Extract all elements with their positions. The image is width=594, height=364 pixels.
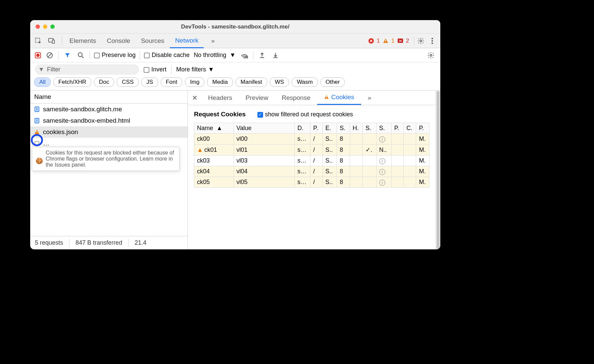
more-detail-tabs[interactable]: »: [361, 90, 378, 105]
kebab-menu-icon[interactable]: [428, 36, 437, 46]
file-icon: [34, 140, 40, 147]
search-icon[interactable]: [76, 51, 86, 60]
request-name: samesite-sandbox.glitch.me: [43, 106, 122, 113]
cookie-col-header[interactable]: S.: [376, 123, 391, 134]
scrollbar[interactable]: [436, 90, 440, 249]
inspect-element-icon[interactable]: [34, 36, 43, 46]
network-conditions-icon[interactable]: [240, 51, 249, 60]
type-chip-media[interactable]: Media: [207, 77, 233, 87]
cookie-col-header[interactable]: D.: [295, 123, 310, 134]
request-row[interactable]: cookies.json: [30, 126, 188, 138]
request-type-filter: AllFetch/XHRDocCSSJSFontImgMediaManifest…: [30, 76, 440, 90]
name-column-header[interactable]: Name: [30, 90, 188, 104]
divider: [414, 37, 414, 45]
throttling-value: No throttling: [194, 52, 226, 59]
titlebar: DevTools - samesite-sandbox.glitch.me/: [30, 20, 440, 34]
cookie-col-header[interactable]: Value: [234, 123, 295, 134]
cookie-col-header[interactable]: P.: [310, 123, 323, 134]
filter-toggle-icon[interactable]: [63, 51, 72, 60]
cookie-row[interactable]: ck03vl03s…/S..8iM.: [194, 156, 430, 166]
disable-cache-checkbox[interactable]: Disable cache: [144, 52, 190, 59]
type-chip-img[interactable]: Img: [185, 77, 204, 87]
svg-line-12: [48, 53, 52, 57]
request-row[interactable]: samesite-sandbox-embed.html: [30, 115, 188, 126]
tab-elements[interactable]: Elements: [64, 34, 101, 48]
divider: [140, 51, 140, 60]
device-toggle-icon[interactable]: [47, 36, 56, 46]
type-chip-all[interactable]: All: [34, 77, 51, 87]
svg-rect-26: [37, 131, 37, 132]
cookie-col-header[interactable]: H.: [350, 123, 362, 134]
invert-checkbox[interactable]: Invert: [144, 66, 166, 73]
upload-har-icon[interactable]: [257, 51, 267, 60]
cookie-col-header[interactable]: P.: [391, 123, 403, 134]
window-title: DevTools - samesite-sandbox.glitch.me/: [30, 23, 440, 30]
svg-point-17: [430, 54, 432, 56]
divider: [253, 51, 253, 60]
type-chip-manifest[interactable]: Manifest: [236, 77, 267, 87]
tab-sources[interactable]: Sources: [136, 34, 170, 48]
cookie-col-header[interactable]: Name ▲: [194, 123, 234, 134]
clear-button[interactable]: [45, 51, 54, 60]
divider: [62, 37, 62, 45]
warning-icon: [34, 129, 40, 135]
cookie-row[interactable]: ck00vl00s…/S..8iM.: [194, 134, 430, 144]
preserve-log-checkbox[interactable]: Preserve log: [94, 52, 136, 59]
warning-icon: [383, 38, 389, 44]
type-chip-wasm[interactable]: Wasm: [292, 77, 318, 87]
detail-tab-response[interactable]: Response: [275, 90, 317, 105]
disable-cache-label: Disable cache: [152, 52, 190, 58]
cookie-row[interactable]: ▲ck01vl01s…/S..8✓.N..M.: [194, 144, 430, 156]
download-har-icon[interactable]: [271, 51, 280, 60]
more-filters-button[interactable]: More filters ▼: [176, 66, 214, 73]
cookie-row[interactable]: ck05vl05s…/S..8iM.: [194, 177, 430, 188]
zoom-window-button[interactable]: [50, 24, 55, 29]
tab-console[interactable]: Console: [101, 34, 136, 48]
type-chip-js[interactable]: JS: [141, 77, 158, 87]
cookie-col-header[interactable]: E.: [323, 123, 337, 134]
blocked-cookies-tooltip: 🍪 Cookies for this request are blocked e…: [32, 147, 180, 171]
type-chip-doc[interactable]: Doc: [94, 77, 114, 87]
tab-network[interactable]: Network: [170, 34, 204, 48]
window-controls: [30, 24, 55, 29]
svg-rect-5: [385, 42, 386, 42]
cookie-col-header[interactable]: S.: [363, 123, 377, 134]
more-tabs-button[interactable]: »: [206, 34, 220, 48]
cookies-pane: Request Cookies show filtered out reques…: [188, 105, 436, 193]
show-filtered-checkbox[interactable]: show filtered out request cookies: [257, 111, 353, 118]
issue-counters[interactable]: 1 1 2: [368, 38, 409, 44]
document-icon: [34, 117, 40, 124]
close-detail-button[interactable]: ✕: [188, 94, 201, 102]
chevron-down-icon: ▼: [230, 52, 236, 59]
type-chip-ws[interactable]: WS: [270, 77, 289, 87]
detail-tab-headers[interactable]: Headers: [201, 90, 239, 105]
minimize-window-button[interactable]: [43, 24, 47, 29]
detail-tab-cookies[interactable]: Cookies: [317, 90, 361, 105]
request-list-panel: Name samesite-sandbox.glitch.mesamesite-…: [30, 90, 188, 249]
svg-rect-2: [52, 40, 54, 43]
filter-input[interactable]: Filter: [35, 64, 139, 75]
cookie-row[interactable]: ck04vl04s…/S..8iM.: [194, 166, 430, 177]
request-name: cookies.json: [43, 128, 78, 136]
error-icon: [368, 38, 374, 44]
svg-point-15: [244, 57, 245, 58]
svg-point-7: [420, 40, 422, 42]
close-window-button[interactable]: [36, 24, 40, 29]
panel-settings-icon[interactable]: [426, 51, 436, 60]
type-chip-other[interactable]: Other: [320, 77, 345, 87]
settings-icon[interactable]: [416, 36, 426, 46]
throttling-select[interactable]: No throttling ▼: [194, 52, 236, 59]
svg-line-14: [82, 56, 84, 58]
record-button[interactable]: [35, 52, 41, 58]
cookie-col-header[interactable]: S.: [337, 123, 350, 134]
cookie-col-header[interactable]: P.: [416, 123, 430, 134]
cookie-col-header[interactable]: C.: [404, 123, 416, 134]
request-row[interactable]: samesite-sandbox.glitch.me: [30, 104, 188, 115]
type-chip-css[interactable]: CSS: [117, 77, 139, 87]
detail-tab-preview[interactable]: Preview: [239, 90, 275, 105]
detail-tabstrip: ✕ HeadersPreviewResponseCookies »: [188, 90, 436, 105]
type-chip-fetch-xhr[interactable]: Fetch/XHR: [53, 77, 91, 87]
type-chip-font[interactable]: Font: [161, 77, 182, 87]
svg-rect-29: [326, 96, 327, 98]
invert-label: Invert: [151, 66, 166, 73]
